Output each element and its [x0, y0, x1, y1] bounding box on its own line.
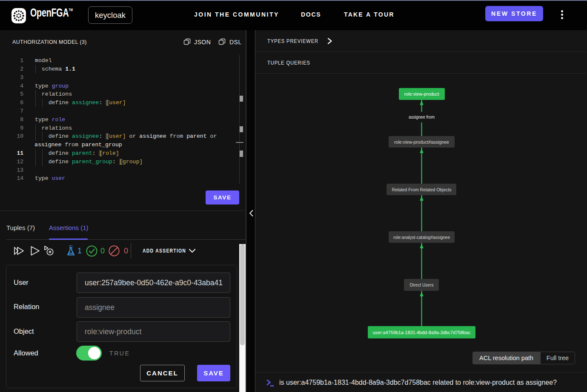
- svg-text:role:analyst-catalog#assignee: role:analyst-catalog#assignee: [393, 235, 450, 240]
- svg-text:role:view-product#assignee: role:view-product#assignee: [394, 139, 449, 145]
- svg-text:role:view-product: role:view-product: [404, 91, 440, 97]
- svg-text:Direct Users: Direct Users: [410, 282, 434, 287]
- svg-text:user:a4759b1a-1831-4bdd-8a9a-3: user:a4759b1a-1831-4bdd-8a9a-3dbc7d758ba…: [373, 330, 471, 335]
- svg-text:assignee from: assignee from: [409, 114, 435, 119]
- svg-text:Related From Related Objects: Related From Related Objects: [392, 187, 452, 192]
